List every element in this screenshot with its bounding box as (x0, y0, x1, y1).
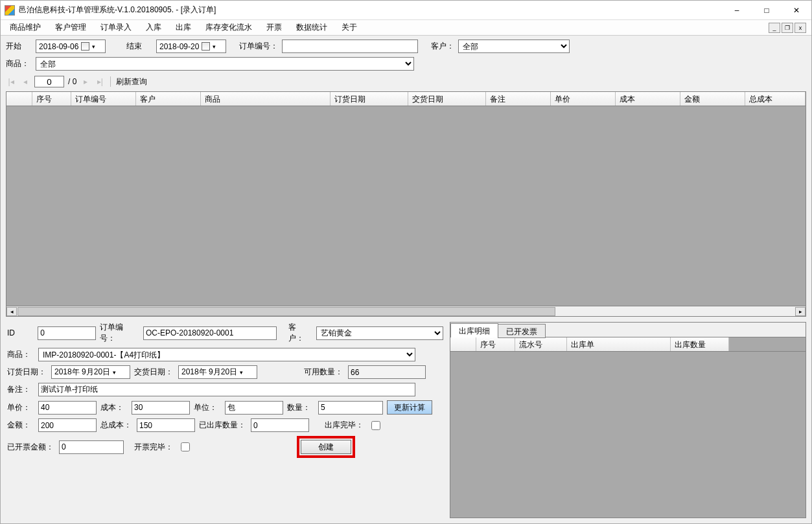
unit-input[interactable] (225, 401, 283, 415)
mdi-minimize-button[interactable]: _ (769, 23, 780, 33)
form-orderno-input[interactable] (143, 326, 277, 340)
order-form: ID 订单编号： 客户： 艺铂黄金 商品： IMP-20180920-0001-… (6, 319, 445, 518)
close-button[interactable]: ✕ (782, 1, 811, 20)
calendar-icon (202, 42, 210, 51)
form-customer-label: 客户： (288, 322, 311, 344)
rcol-rowheader[interactable] (450, 337, 476, 351)
window-title: 邑泊信息科技-订单管理系统-V.1.0.20180905. - [录入订单] (19, 5, 722, 16)
invoicedone-checkbox[interactable] (181, 442, 190, 451)
nav-first-button[interactable]: |◂ (6, 76, 16, 87)
col-orderdate[interactable]: 订货日期 (331, 92, 408, 106)
refresh-query-button[interactable]: 刷新查询 (116, 76, 147, 87)
scroll-left-button[interactable]: ◂ (6, 307, 17, 316)
delivery-date-label: 交货日期： (134, 367, 173, 378)
unitprice-input[interactable] (38, 401, 97, 415)
grid-scrollbar[interactable]: ◂ ▸ (6, 306, 806, 316)
menu-inbound[interactable]: 入库 (139, 20, 168, 35)
col-seq[interactable]: 序号 (32, 92, 71, 106)
nav-next-button[interactable]: ▸ (80, 76, 91, 87)
menu-customer[interactable]: 客户管理 (49, 20, 93, 35)
col-orderno[interactable]: 订单编号 (71, 92, 136, 106)
cost-input[interactable] (132, 401, 190, 415)
rcol-seq[interactable]: 序号 (476, 337, 515, 351)
shippeddone-checkbox[interactable] (371, 421, 380, 430)
qty-label: 数量： (287, 402, 313, 413)
customer-select[interactable]: 全部 (458, 40, 570, 53)
order-no-input[interactable] (282, 40, 418, 53)
rcol-out[interactable]: 出库单 (567, 337, 671, 351)
right-grid-body (450, 352, 806, 518)
menubar: 商品维护 客户管理 订单录入 入库 出库 库存变化流水 开票 数据统计 关于 _… (1, 20, 811, 36)
menu-outbound[interactable]: 出库 (169, 20, 198, 35)
col-remarks[interactable]: 备注 (486, 92, 551, 106)
end-date-label: 结束 (126, 41, 152, 52)
col-totalcost[interactable]: 总成本 (745, 92, 806, 106)
form-product-select[interactable]: IMP-20180920-0001-【A4打印纸】 (38, 348, 415, 361)
totalcost-input[interactable] (137, 418, 195, 432)
start-date-value: 2018-09-06 (39, 42, 78, 51)
orders-grid[interactable]: 序号 订单编号 客户 商品 订货日期 交货日期 备注 单价 成本 金额 总成本 … (6, 91, 806, 317)
col-cost[interactable]: 成本 (616, 92, 680, 106)
order-date-picker[interactable]: 2018年 9月20日▾ (51, 365, 130, 379)
col-rowheader[interactable] (6, 92, 32, 106)
avail-qty-label: 可用数量： (304, 367, 343, 378)
invoicedamount-input[interactable] (59, 440, 124, 454)
scroll-thumb[interactable] (17, 307, 555, 316)
remark-input[interactable] (38, 383, 415, 396)
maximize-button[interactable]: □ (752, 1, 782, 20)
app-icon (5, 5, 15, 16)
invoicedone-label: 开票完毕： (134, 442, 173, 453)
chevron-down-icon: ▾ (92, 43, 95, 50)
tab-outbound-detail[interactable]: 出库明细 (450, 323, 498, 337)
order-no-label: 订单编号： (239, 41, 278, 52)
amount-input[interactable] (38, 418, 97, 432)
remark-label: 备注： (7, 384, 33, 395)
chevron-down-icon: ▾ (213, 43, 216, 50)
start-date-picker[interactable]: 2018-09-06 ▾ (36, 40, 106, 53)
recalculate-button[interactable]: 更新计算 (387, 400, 432, 415)
rcol-qty[interactable]: 出库数量 (671, 337, 729, 351)
form-product-label: 商品： (7, 349, 33, 360)
invoicedamount-label: 已开票金额： (7, 442, 54, 453)
form-orderno-label: 订单编号： (100, 322, 138, 344)
customer-label: 客户： (431, 41, 454, 52)
tab-invoiced[interactable]: 已开发票 (498, 324, 546, 338)
col-product[interactable]: 商品 (201, 92, 331, 106)
create-button[interactable]: 创建 (301, 440, 351, 454)
form-customer-select[interactable]: 艺铂黄金 (316, 326, 443, 340)
menu-invoice[interactable]: 开票 (260, 20, 288, 35)
shippedqty-label: 已出库数量： (199, 420, 246, 431)
id-input[interactable] (38, 326, 96, 340)
product-label: 商品： (6, 58, 32, 69)
menu-stockflow[interactable]: 库存变化流水 (199, 20, 259, 35)
menu-product[interactable]: 商品维护 (3, 20, 47, 35)
delivery-date-picker[interactable]: 2018年 9月20日▾ (178, 365, 257, 379)
amount-label: 金额： (7, 420, 33, 431)
end-date-picker[interactable]: 2018-09-20 ▾ (156, 40, 226, 53)
start-date-label: 开始 (6, 41, 32, 52)
mdi-close-button[interactable]: x (795, 23, 806, 33)
unit-label: 单位： (194, 402, 220, 413)
minimize-button[interactable]: – (722, 1, 752, 20)
col-delivdate[interactable]: 交货日期 (408, 92, 486, 106)
totalcost-label: 总成本： (100, 420, 132, 431)
rcol-flow[interactable]: 流水号 (515, 337, 567, 351)
col-amount[interactable]: 金额 (680, 92, 745, 106)
scroll-right-button[interactable]: ▸ (795, 307, 806, 316)
mdi-restore-button[interactable]: ❐ (782, 23, 793, 33)
page-input[interactable] (34, 76, 64, 87)
outbound-detail-grid[interactable]: 序号 流水号 出库单 出库数量 (450, 337, 806, 518)
product-select[interactable]: 全部 (36, 57, 414, 71)
menu-about[interactable]: 关于 (335, 20, 364, 35)
col-customer[interactable]: 客户 (136, 92, 201, 106)
avail-qty-input (348, 365, 426, 379)
nav-last-button[interactable]: ▸| (95, 76, 105, 87)
col-price[interactable]: 单价 (551, 92, 616, 106)
qty-input[interactable] (318, 401, 383, 415)
shippedqty-input[interactable] (251, 418, 309, 432)
grid-body (6, 106, 806, 306)
menu-stats[interactable]: 数据统计 (290, 20, 334, 35)
menu-order[interactable]: 订单录入 (94, 20, 138, 35)
nav-prev-button[interactable]: ◂ (20, 76, 30, 87)
unitprice-label: 单价： (7, 402, 33, 413)
